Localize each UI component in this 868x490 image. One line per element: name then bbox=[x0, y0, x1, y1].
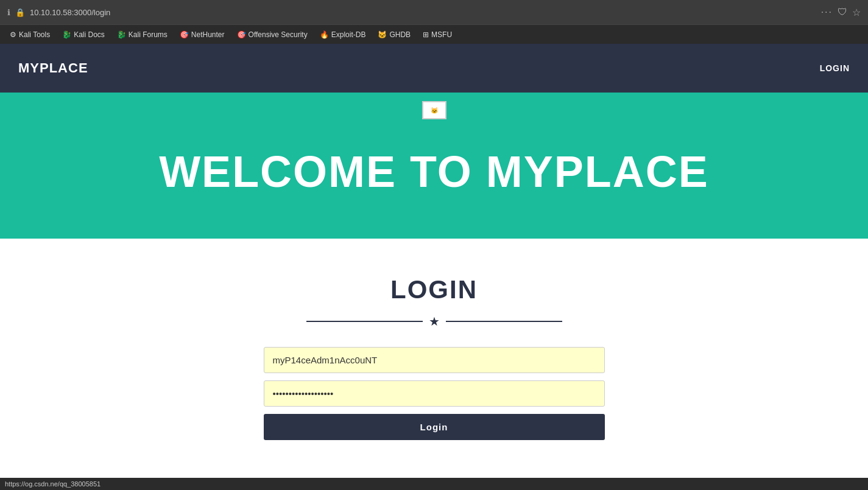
address-bar: ℹ 🔒 10.10.10.58:3000/login ··· 🛡 ☆ bbox=[0, 0, 868, 24]
bookmark-nethunter[interactable]: 🎯 NetHunter bbox=[175, 29, 230, 41]
login-heading: LOGIN bbox=[390, 275, 478, 304]
exploit-db-icon: 🔥 bbox=[320, 30, 329, 39]
divider-line-left bbox=[306, 321, 423, 322]
bookmark-label: Exploit-DB bbox=[331, 30, 366, 39]
kali-forums-icon: 🐉 bbox=[117, 30, 126, 39]
kali-docs-icon: 🐉 bbox=[62, 30, 71, 39]
login-section: LOGIN ★ Login bbox=[0, 239, 868, 464]
bookmark-msfu[interactable]: ⊞ MSFU bbox=[418, 29, 457, 41]
nethunter-icon: 🎯 bbox=[180, 30, 189, 39]
shield-icon[interactable]: 🛡 bbox=[838, 7, 847, 18]
app-brand[interactable]: MYPLACE bbox=[18, 60, 88, 76]
msfu-icon: ⊞ bbox=[423, 30, 429, 39]
logo-icon: 🐱 bbox=[431, 107, 438, 114]
star-bookmark-icon[interactable]: ☆ bbox=[852, 7, 861, 18]
hero-banner: 🐱 WELCOME TO MYPLACE bbox=[0, 93, 868, 239]
bookmark-ghdb[interactable]: 🐱 GHDB bbox=[373, 29, 415, 41]
username-input[interactable] bbox=[264, 347, 605, 373]
bookmark-label: Kali Forums bbox=[129, 30, 168, 39]
bookmarks-bar: ⚙ Kali Tools 🐉 Kali Docs 🐉 Kali Forums 🎯… bbox=[0, 24, 868, 44]
bookmark-label: GHDB bbox=[389, 30, 411, 39]
bookmark-label: Offensive Security bbox=[249, 30, 308, 39]
bookmark-label: Kali Tools bbox=[19, 30, 50, 39]
hero-title: WELCOME TO MYPLACE bbox=[159, 147, 709, 197]
login-form: Login bbox=[264, 347, 605, 440]
hero-logo: 🐱 bbox=[422, 101, 446, 119]
password-input[interactable] bbox=[264, 380, 605, 407]
offensive-security-icon: 🎯 bbox=[237, 30, 246, 39]
login-button[interactable]: Login bbox=[264, 414, 605, 440]
divider-line-right bbox=[446, 321, 562, 322]
nav-login-link[interactable]: LOGIN bbox=[820, 63, 850, 73]
url-text[interactable]: 10.10.10.58:3000/login bbox=[30, 8, 816, 17]
ghdb-icon: 🐱 bbox=[378, 30, 387, 39]
kali-tools-icon: ⚙ bbox=[10, 30, 16, 39]
bookmark-offensive-security[interactable]: 🎯 Offensive Security bbox=[232, 29, 312, 41]
lock-icon: 🔒 bbox=[15, 8, 25, 17]
login-divider: ★ bbox=[306, 314, 562, 329]
bookmark-label: Kali Docs bbox=[74, 30, 105, 39]
info-icon[interactable]: ℹ bbox=[7, 8, 10, 17]
app-navbar: MYPLACE LOGIN bbox=[0, 44, 868, 93]
browser-chrome: ℹ 🔒 10.10.10.58:3000/login ··· 🛡 ☆ ⚙ Kal… bbox=[0, 0, 868, 44]
bookmark-label: NetHunter bbox=[191, 30, 225, 39]
bookmark-kali-forums[interactable]: 🐉 Kali Forums bbox=[112, 29, 172, 41]
status-url: https://og.csdn.ne/qq_38005851 bbox=[5, 480, 101, 488]
menu-dots[interactable]: ··· bbox=[821, 7, 833, 18]
bookmark-exploit-db[interactable]: 🔥 Exploit-DB bbox=[315, 29, 371, 41]
status-bar: https://og.csdn.ne/qq_38005851 bbox=[0, 478, 868, 490]
divider-star-icon: ★ bbox=[429, 314, 440, 329]
bookmark-kali-docs[interactable]: 🐉 Kali Docs bbox=[57, 29, 110, 41]
bookmark-label: MSFU bbox=[431, 30, 452, 39]
bookmark-kali-tools[interactable]: ⚙ Kali Tools bbox=[5, 29, 55, 41]
